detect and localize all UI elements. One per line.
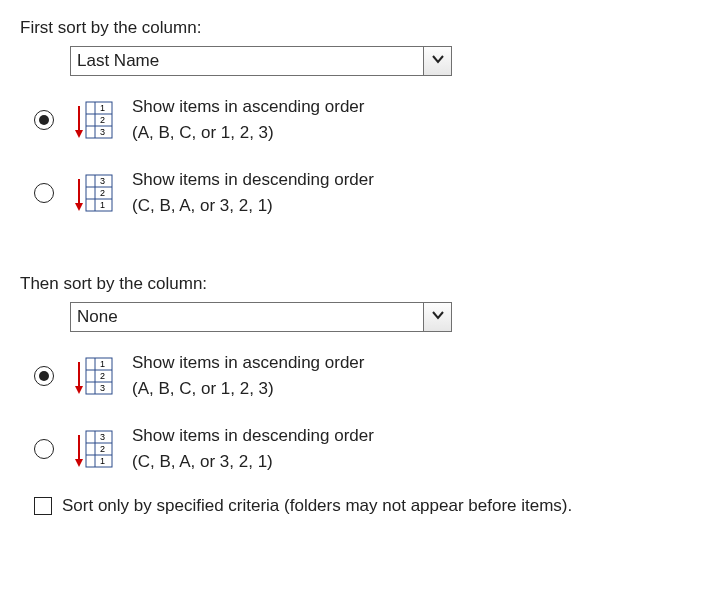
first-ascending-option[interactable]: 1 2 3 Show items in ascending order (A, …	[34, 94, 703, 145]
svg-text:2: 2	[100, 115, 105, 125]
first-ascending-text: Show items in ascending order (A, B, C, …	[132, 94, 364, 145]
then-sort-dropdown-button[interactable]	[423, 303, 451, 331]
svg-text:1: 1	[100, 456, 105, 466]
svg-text:2: 2	[100, 371, 105, 381]
then-sort-label: Then sort by the column:	[20, 274, 703, 294]
first-descending-text: Show items in descending order (C, B, A,…	[132, 167, 374, 218]
svg-marker-35	[75, 459, 83, 467]
first-sort-label: First sort by the column:	[20, 18, 703, 38]
svg-text:2: 2	[100, 188, 105, 198]
first-descending-option[interactable]: 3 2 1 Show items in descending order (C,…	[34, 167, 703, 218]
svg-rect-0	[86, 102, 112, 138]
sort-ascending-icon: 1 2 3	[72, 356, 114, 396]
first-descending-radio[interactable]	[34, 183, 54, 203]
svg-text:3: 3	[100, 432, 105, 442]
svg-text:3: 3	[100, 127, 105, 137]
sort-descending-icon: 3 2 1	[72, 173, 114, 213]
svg-text:3: 3	[100, 383, 105, 393]
svg-text:3: 3	[100, 176, 105, 186]
svg-rect-9	[86, 175, 112, 211]
svg-text:2: 2	[100, 444, 105, 454]
then-ascending-option[interactable]: 1 2 3 Show items in ascending order (A, …	[34, 350, 703, 401]
chevron-down-icon	[431, 307, 445, 327]
then-sort-value: None	[71, 303, 423, 331]
svg-rect-18	[86, 358, 112, 394]
first-sort-dropdown[interactable]: Last Name	[70, 46, 452, 76]
then-ascending-text: Show items in ascending order (A, B, C, …	[132, 350, 364, 401]
svg-text:1: 1	[100, 359, 105, 369]
then-descending-radio[interactable]	[34, 439, 54, 459]
sort-ascending-icon: 1 2 3	[72, 100, 114, 140]
sort-only-checkbox[interactable]	[34, 497, 52, 515]
svg-text:1: 1	[100, 200, 105, 210]
then-descending-option[interactable]: 3 2 1 Show items in descending order (C,…	[34, 423, 703, 474]
svg-rect-27	[86, 431, 112, 467]
first-sort-value: Last Name	[71, 47, 423, 75]
sort-descending-icon: 3 2 1	[72, 429, 114, 469]
svg-marker-17	[75, 203, 83, 211]
sort-only-row[interactable]: Sort only by specified criteria (folders…	[34, 496, 703, 516]
chevron-down-icon	[431, 51, 445, 71]
svg-marker-26	[75, 386, 83, 394]
then-ascending-radio[interactable]	[34, 366, 54, 386]
first-sort-dropdown-button[interactable]	[423, 47, 451, 75]
sort-only-label: Sort only by specified criteria (folders…	[62, 496, 572, 516]
first-ascending-radio[interactable]	[34, 110, 54, 130]
svg-text:1: 1	[100, 103, 105, 113]
then-descending-text: Show items in descending order (C, B, A,…	[132, 423, 374, 474]
then-sort-dropdown[interactable]: None	[70, 302, 452, 332]
svg-marker-8	[75, 130, 83, 138]
